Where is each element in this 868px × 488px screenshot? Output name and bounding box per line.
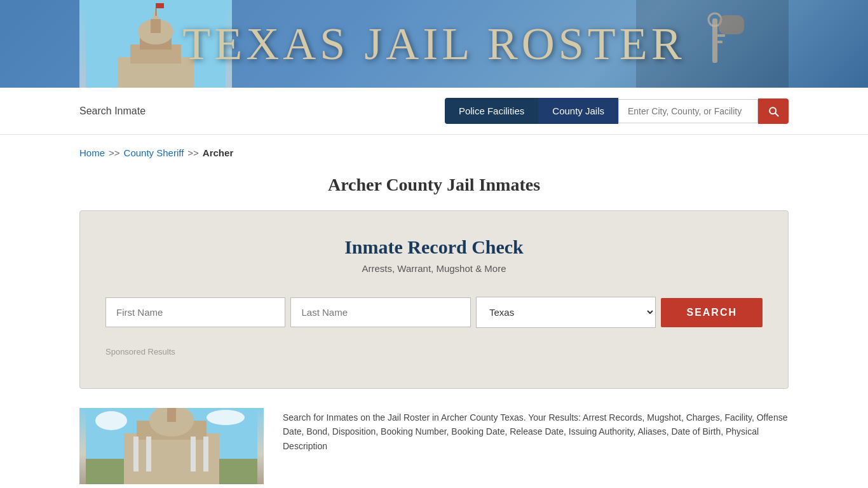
state-select[interactable]: AlabamaAlaskaArizonaArkansasCaliforniaCo… <box>476 297 656 328</box>
svg-rect-20 <box>133 437 139 471</box>
page-title-section: Archer County Jail Inmates <box>0 165 868 210</box>
svg-rect-21 <box>146 437 151 471</box>
record-check-subtitle: Arrests, Warrant, Mugshot & More <box>105 263 763 274</box>
sponsored-results: Sponsored Results <box>105 347 763 356</box>
svg-rect-19 <box>167 408 176 422</box>
nav-right: Police Facilities County Jails <box>445 98 789 124</box>
svg-rect-8 <box>156 3 164 8</box>
banner-title: Texas Jail Roster <box>182 18 685 71</box>
svg-rect-5 <box>151 19 161 33</box>
bottom-courthouse-image <box>79 408 264 484</box>
breadcrumb-sep2: >> <box>187 147 199 158</box>
breadcrumb-current: Archer <box>203 147 233 158</box>
svg-point-25 <box>207 410 245 425</box>
county-jails-button[interactable]: County Jails <box>538 98 618 124</box>
main-content: Inmate Record Check Arrests, Warrant, Mu… <box>0 210 868 389</box>
svg-point-24 <box>95 411 127 430</box>
nav-search-button[interactable] <box>758 98 789 124</box>
bottom-section: Search for Inmates on the Jail Roster in… <box>0 408 868 484</box>
police-facilities-button[interactable]: Police Facilities <box>445 98 538 124</box>
header-banner: Texas Jail Roster <box>0 0 868 88</box>
breadcrumb-sep1: >> <box>109 147 120 158</box>
record-check-box: Inmate Record Check Arrests, Warrant, Mu… <box>79 210 789 389</box>
svg-rect-13 <box>719 15 744 34</box>
svg-rect-7 <box>156 3 156 16</box>
record-check-title: Inmate Record Check <box>105 236 763 258</box>
svg-rect-23 <box>203 437 208 471</box>
facility-search-input[interactable] <box>618 99 758 123</box>
page-title: Archer County Jail Inmates <box>0 175 868 195</box>
breadcrumb-home[interactable]: Home <box>79 147 105 158</box>
search-icon <box>767 105 780 118</box>
svg-rect-12 <box>717 41 722 43</box>
nav-bar: Search Inmate Police Facilities County J… <box>0 88 868 135</box>
search-inmate-label: Search Inmate <box>79 105 146 117</box>
last-name-input[interactable] <box>290 297 470 327</box>
record-check-search-button[interactable]: SEARCH <box>661 298 763 327</box>
record-check-form: AlabamaAlaskaArizonaArkansasCaliforniaCo… <box>105 297 763 328</box>
bottom-description: Search for Inmates on the Jail Roster in… <box>283 408 789 484</box>
svg-rect-11 <box>717 34 725 37</box>
svg-rect-22 <box>191 437 196 471</box>
first-name-input[interactable] <box>105 297 285 327</box>
breadcrumb: Home >> County Sheriff >> Archer <box>0 135 868 165</box>
breadcrumb-county-sheriff[interactable]: County Sheriff <box>124 147 184 158</box>
courthouse-visual <box>79 408 264 484</box>
